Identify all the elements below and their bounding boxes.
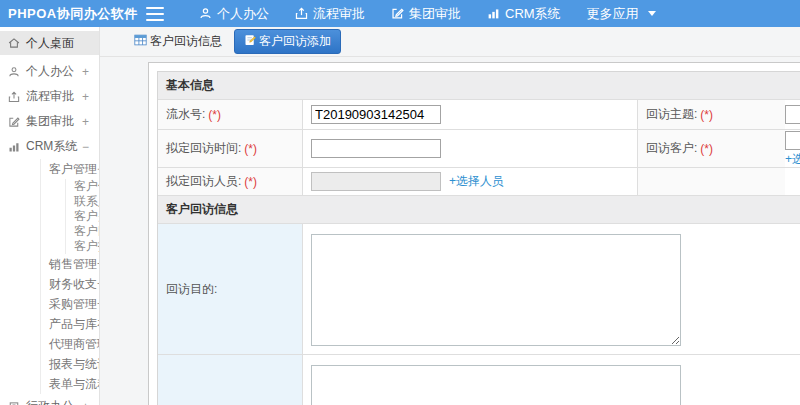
expand-icon[interactable]: + xyxy=(82,90,89,104)
expand-icon[interactable]: + xyxy=(82,115,89,129)
planned-revisit-time-input[interactable] xyxy=(311,139,441,158)
sidebar-item-personal-desktop[interactable]: 个人桌面 xyxy=(0,31,99,55)
sidebar-item-group-approval[interactable]: 集团审批 + xyxy=(0,109,99,134)
revisit-customer-input[interactable] xyxy=(785,131,800,150)
sidebar-item-customer-revisit[interactable]: 客户回访 xyxy=(66,224,99,239)
sidebar-item-label: 采购管理 xyxy=(49,296,97,313)
user-icon xyxy=(199,7,212,20)
planned-revisit-person-cell: +选择人员 xyxy=(303,168,638,196)
main-content: 客户回访信息 客户回访添加 基本信息 流水号: (*) xyxy=(100,27,800,405)
form-panel: 基本信息 流水号: (*) 回访主题: (*) 拟定回 xyxy=(148,62,800,405)
sidebar-item-sales-management[interactable]: 销售管理 + xyxy=(41,254,99,274)
revisit-purpose-textarea[interactable] xyxy=(311,234,681,346)
select-company-link[interactable]: +选择企业 xyxy=(785,151,800,168)
sidebar-item-label: 个人桌面 xyxy=(26,35,74,52)
tab-customer-revisit-info[interactable]: 客户回访信息 xyxy=(128,30,228,53)
nav-label: 个人办公 xyxy=(217,5,269,23)
field-label: 拟定回访人员: xyxy=(166,173,241,190)
sidebar-item-label: 客户投诉 xyxy=(74,238,100,255)
select-person-link[interactable]: +选择人员 xyxy=(449,173,504,190)
caret-down-icon xyxy=(648,11,656,16)
revisit-result-cell xyxy=(303,355,800,405)
revisit-subject-input[interactable] xyxy=(785,105,800,124)
sidebar-item-customer-care[interactable]: 客户关怀 xyxy=(66,209,99,224)
table-icon xyxy=(134,34,147,49)
required-marker: (*) xyxy=(208,108,221,122)
sidebar-item-products-inventory[interactable]: 产品与库存 + xyxy=(41,314,99,334)
sidebar-item-customer-complaint[interactable]: 客户投诉 xyxy=(66,239,99,254)
sidebar-item-form-process-settings[interactable]: 表单与流程设置 + xyxy=(41,374,99,394)
top-nav: 个人办公 流程审批 集团审批 CRM系统 更多应用 xyxy=(186,0,669,27)
planned-revisit-person-label: 拟定回访人员: (*) xyxy=(158,168,303,196)
process-icon xyxy=(8,91,20,103)
sidebar-item-label: 集团审批 xyxy=(26,113,74,130)
sidebar-item-customer-info[interactable]: 客户信息 xyxy=(66,179,99,194)
chart-icon xyxy=(8,141,20,153)
section-header-basic-info: 基本信息 xyxy=(158,72,800,100)
revisit-purpose-label: 回访目的: xyxy=(158,224,303,355)
sidebar-item-label: 流程审批 xyxy=(26,88,74,105)
nav-label: 更多应用 xyxy=(587,5,639,23)
expand-icon[interactable]: + xyxy=(82,65,89,79)
sidebar-item-label: 表单与流程设置 xyxy=(49,376,100,393)
sidebar-item-contacts[interactable]: 联系人 xyxy=(66,194,99,209)
serial-number-cell xyxy=(303,100,638,130)
sidebar-item-label: 行政办公 xyxy=(26,398,74,405)
sidebar-item-administrative-office[interactable]: 行政办公 + xyxy=(0,394,99,405)
sidebar-item-process-approval[interactable]: 流程审批 + xyxy=(0,84,99,109)
nav-process-approval[interactable]: 流程审批 xyxy=(282,0,378,27)
revisit-purpose-cell xyxy=(303,224,800,355)
nav-more-apps[interactable]: 更多应用 xyxy=(574,0,669,27)
planned-revisit-time-label: 拟定回访时间: (*) xyxy=(158,130,303,168)
revisit-subject-label: 回访主题: (*) xyxy=(638,100,785,130)
field-label: 回访目的: xyxy=(166,281,217,298)
sidebar-item-label: 个人办公 xyxy=(26,63,74,80)
approval-icon xyxy=(8,116,20,128)
sidebar-item-label: 代理商管理 xyxy=(49,336,100,353)
sidebar: 个人桌面 个人办公 + 流程审批 + 集团审批 + xyxy=(0,27,100,405)
field-label: 流水号: xyxy=(166,106,205,123)
collapse-icon[interactable]: − xyxy=(82,140,89,154)
planned-revisit-time-cell xyxy=(303,130,638,168)
tab-customer-revisit-add[interactable]: 客户回访添加 xyxy=(234,29,341,54)
sidebar-item-crm-system[interactable]: CRM系统 − xyxy=(0,134,99,159)
nav-label: 流程审批 xyxy=(313,5,365,23)
revisit-result-textarea[interactable] xyxy=(311,365,681,405)
required-marker: (*) xyxy=(700,142,713,156)
nav-label: CRM系统 xyxy=(505,5,561,23)
sidebar-item-label: 客户管理 xyxy=(49,161,97,178)
revisit-subject-cell xyxy=(785,100,800,130)
sidebar-item-finance[interactable]: 财务收支 + xyxy=(41,274,99,294)
approval-icon xyxy=(391,7,404,20)
required-marker: (*) xyxy=(700,108,713,122)
planned-revisit-person-input[interactable] xyxy=(311,172,441,191)
sidebar-item-label: 报表与统计 xyxy=(49,356,100,373)
nav-personal-office[interactable]: 个人办公 xyxy=(186,0,282,27)
sidebar-item-customer-management[interactable]: 客户管理 − xyxy=(41,159,99,179)
field-label: 拟定回访时间: xyxy=(166,140,241,157)
nav-label: 集团审批 xyxy=(409,5,461,23)
sidebar-item-agent-management[interactable]: 代理商管理 + xyxy=(41,334,99,354)
tab-bar: 客户回访信息 客户回访添加 xyxy=(100,27,800,57)
crm-submenu: 客户管理 − 客户信息 联系人 客户关怀 客户回访 客户投诉 销售管理 + 财务… xyxy=(40,159,99,394)
user-icon xyxy=(8,66,20,78)
sidebar-item-personal-office[interactable]: 个人办公 + xyxy=(0,59,99,84)
required-marker: (*) xyxy=(244,142,257,156)
sidebar-item-label: 财务收支 xyxy=(49,276,97,293)
form-add-icon xyxy=(244,34,256,49)
empty-label-cell xyxy=(638,168,785,196)
expand-icon[interactable]: + xyxy=(82,400,89,405)
nav-group-approval[interactable]: 集团审批 xyxy=(378,0,474,27)
process-icon xyxy=(295,7,308,20)
hamburger-menu-icon[interactable] xyxy=(146,7,164,21)
nav-crm-system[interactable]: CRM系统 xyxy=(474,0,574,27)
revisit-form: 基本信息 流水号: (*) 回访主题: (*) 拟定回 xyxy=(157,71,800,405)
sidebar-item-label: 销售管理 xyxy=(49,256,97,273)
serial-number-input[interactable] xyxy=(311,105,441,124)
tab-label: 客户回访添加 xyxy=(259,33,331,50)
serial-number-label: 流水号: (*) xyxy=(158,100,303,130)
sidebar-item-purchasing[interactable]: 采购管理 + xyxy=(41,294,99,314)
app-logo: PHPOA协同办公软件 xyxy=(0,5,138,23)
sidebar-item-reports-statistics[interactable]: 报表与统计 xyxy=(41,354,99,374)
field-label: 回访客户: xyxy=(646,140,697,157)
